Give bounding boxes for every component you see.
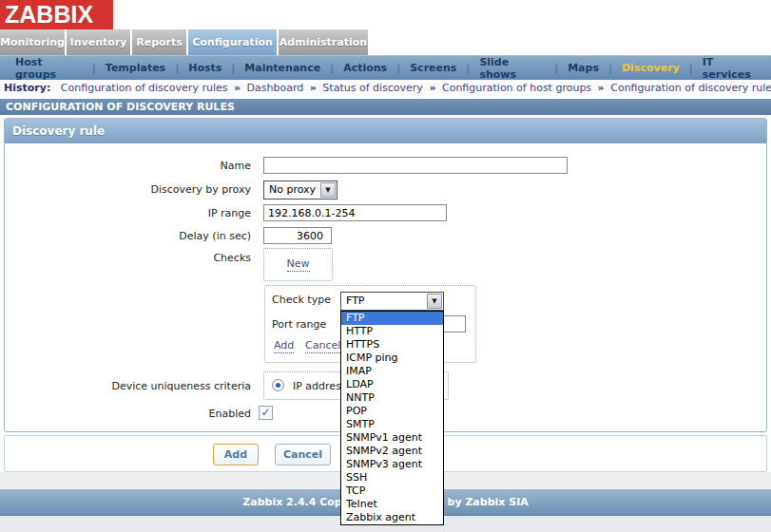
subnav-actions[interactable]: Actions: [334, 62, 396, 74]
zabbix-window: ZABBIX Monitoring Inventory Reports Conf…: [0, 0, 771, 532]
page-title: CONFIGURATION OF DISCOVERY RULES: [0, 99, 771, 115]
option-zabbix-agent[interactable]: Zabbix agent: [341, 511, 443, 524]
proxy-label: Discovery by proxy: [0, 180, 251, 200]
checks-label: Checks: [0, 249, 251, 268]
option-snmpv2-agent[interactable]: SNMPv2 agent: [341, 445, 443, 458]
history-link[interactable]: Configuration of host groups: [442, 82, 591, 94]
cancel-button[interactable]: Cancel: [275, 444, 331, 466]
checks-row: Checks: [0, 249, 771, 268]
new-check-link[interactable]: New: [287, 257, 310, 272]
history-arrow-icon: »: [429, 82, 435, 94]
check-type-select-value: FTP: [346, 293, 365, 310]
option-icmp-ping[interactable]: ICMP ping: [341, 352, 443, 365]
history-link[interactable]: Dashboard: [247, 82, 304, 94]
subnav-slide-shows[interactable]: Slide shows: [470, 56, 554, 81]
dropdown-arrow-icon[interactable]: ▼: [320, 182, 336, 198]
option-pop[interactable]: POP: [341, 405, 443, 418]
option-telnet[interactable]: Telnet: [341, 498, 443, 511]
subnav-hosts[interactable]: Hosts: [179, 62, 231, 74]
enabled-checkbox[interactable]: ✓: [259, 406, 273, 420]
option-http[interactable]: HTTP: [341, 325, 443, 338]
check-cancel-link[interactable]: Cancel: [305, 339, 340, 353]
sub-nav: Host groups | Templates | Hosts | Mainte…: [0, 55, 771, 80]
delay-row: Delay (in sec): [0, 227, 771, 246]
tab-administration[interactable]: Administration: [279, 29, 368, 55]
subnav-it-services[interactable]: IT services: [693, 56, 771, 81]
history-link[interactable]: Configuration of discovery rules: [610, 82, 771, 94]
tab-reports[interactable]: Reports: [132, 29, 186, 55]
check-type-option-list: FTP HTTP HTTPS ICMP ping IMAP LDAP NNTP …: [340, 311, 444, 525]
tab-monitoring[interactable]: Monitoring: [0, 29, 65, 55]
option-tcp[interactable]: TCP: [341, 484, 443, 498]
history-link[interactable]: Status of discovery: [322, 82, 423, 94]
subnav-templates[interactable]: Templates: [96, 62, 175, 74]
subnav-maintenance[interactable]: Maintenance: [235, 62, 330, 74]
subnav-discovery[interactable]: Discovery: [612, 62, 689, 74]
ip-address-radio[interactable]: [272, 379, 284, 391]
option-imap[interactable]: IMAP: [341, 365, 443, 378]
option-ftp[interactable]: FTP: [341, 312, 443, 325]
option-nntp[interactable]: NNTP: [341, 391, 443, 405]
ip-address-radio-label: IP address: [293, 380, 347, 392]
checks-new-box: New: [263, 248, 333, 281]
uniqueness-label: Device uniqueness criteria: [0, 377, 251, 396]
name-label: Name: [0, 157, 251, 176]
name-row: Name: [0, 157, 771, 176]
subnav-host-groups[interactable]: Host groups: [6, 56, 92, 81]
subnav-screens[interactable]: Screens: [400, 62, 466, 74]
option-smtp[interactable]: SMTP: [341, 418, 443, 431]
proxy-select-value: No proxy: [269, 181, 316, 199]
option-snmpv1-agent[interactable]: SNMPv1 agent: [341, 431, 443, 445]
add-button[interactable]: Add: [213, 444, 259, 466]
form-title: Discovery rule: [5, 119, 766, 143]
port-range-label: Port range: [272, 315, 326, 333]
zabbix-logo[interactable]: ZABBIX: [0, 0, 113, 29]
name-input[interactable]: [263, 157, 568, 174]
subnav-maps[interactable]: Maps: [558, 62, 608, 74]
history-arrow-icon: »: [598, 82, 605, 94]
tab-inventory[interactable]: Inventory: [67, 29, 130, 55]
option-ldap[interactable]: LDAP: [341, 378, 443, 391]
tab-configuration[interactable]: Configuration: [188, 29, 277, 55]
dropdown-arrow-icon[interactable]: ▼: [427, 294, 442, 309]
delay-label: Delay (in sec): [0, 227, 251, 246]
check-add-link[interactable]: Add: [274, 339, 294, 353]
option-ssh[interactable]: SSH: [341, 471, 443, 484]
history-label: History:: [4, 82, 50, 94]
option-snmpv3-agent[interactable]: SNMPv3 agent: [341, 458, 443, 471]
history-arrow-icon: »: [234, 82, 241, 94]
proxy-select[interactable]: No proxy ▼: [263, 180, 337, 200]
ip-range-input[interactable]: [263, 204, 447, 221]
delay-input[interactable]: [263, 227, 332, 244]
main-nav: Monitoring Inventory Reports Configurati…: [0, 29, 771, 55]
check-type-select[interactable]: FTP ▼: [340, 292, 444, 311]
ip-range-label: IP range: [0, 204, 251, 223]
enabled-label: Enabled: [0, 407, 251, 422]
ip-range-row: IP range: [0, 204, 771, 223]
check-type-label: Check type: [272, 291, 331, 310]
history-arrow-icon: »: [310, 82, 317, 94]
breadcrumb: History: Configuration of discovery rule…: [0, 80, 771, 96]
proxy-row: Discovery by proxy No proxy ▼: [0, 180, 771, 200]
option-https[interactable]: HTTPS: [341, 338, 443, 352]
radio-dot: [276, 383, 280, 388]
history-link[interactable]: Configuration of discovery rules: [61, 82, 228, 94]
